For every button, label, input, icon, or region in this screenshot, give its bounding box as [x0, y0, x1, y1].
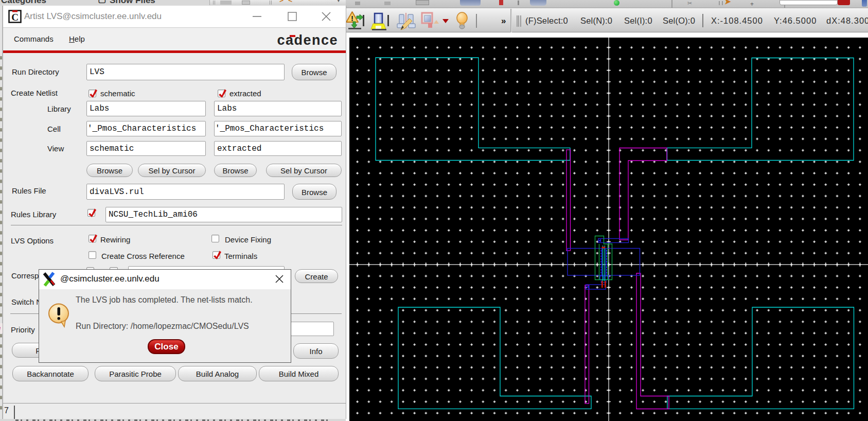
svg-text:C: C: [11, 12, 19, 23]
svg-text:»: »: [501, 16, 506, 26]
svg-text:!: !: [351, 14, 353, 23]
